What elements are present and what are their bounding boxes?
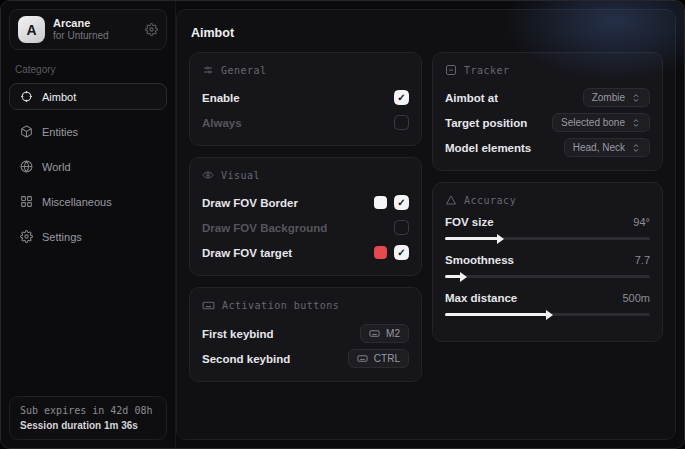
app-subtitle: for Unturned [53,30,137,42]
square-minus-icon [445,64,457,76]
fov-size-slider[interactable] [445,237,650,240]
fov-background-checkbox[interactable] [394,220,409,235]
fov-target-checkbox[interactable] [394,245,409,260]
visual-card: Visual Draw FOV Border Draw FOV Backgrou… [189,157,422,276]
subscription-info: Sub expires in 42d 08h Session duration … [9,396,167,440]
slider-value: 7.7 [635,254,650,266]
model-elements-select[interactable]: Head, Neck [564,138,650,157]
sidebar-item-settings[interactable]: Settings [9,223,167,250]
color-swatch[interactable] [374,246,387,259]
brand-text: Arcane for Unturned [53,17,137,41]
accuracy-card: Accuracy FOV size 94° Smoothness [432,182,663,342]
crosshair-icon [20,90,33,103]
card-title: Visual [221,170,260,181]
select-value: Selected bone [561,117,625,128]
setting-label: Max distance [445,292,517,304]
app-window: A Arcane for Unturned Category [0,0,685,449]
setting-label: Enable [202,92,240,104]
setting-row-fov-border: Draw FOV Border [202,191,409,214]
sliders-icon [202,64,214,76]
setting-label: Second keybind [202,353,290,365]
setting-row-smoothness: Smoothness 7.7 [445,254,650,278]
cube-icon [20,125,33,138]
setting-label: Aimbot at [445,92,498,104]
eye-icon [202,169,214,181]
setting-label: Model elements [445,142,531,154]
slider-fill [445,313,548,316]
aimbot-at-select[interactable]: Zombie [583,88,650,107]
keyboard-icon [357,353,368,364]
page-title: Aimbot [191,26,661,40]
setting-label: Target position [445,117,527,129]
general-card: General Enable Always [189,52,422,146]
select-value: Head, Neck [573,142,625,153]
keybind-value: M2 [386,328,400,339]
card-title: General [221,65,267,76]
setting-row-aimbot-at: Aimbot at Zombie [445,86,650,109]
always-checkbox[interactable] [394,115,409,130]
sidebar-item-world[interactable]: World [9,153,167,180]
tracker-card: Tracker Aimbot at Zombie [432,52,663,171]
sidebar-item-label: Entities [42,126,78,138]
first-keybind-button[interactable]: M2 [360,324,409,343]
triangle-icon [445,194,457,206]
sidebar-item-label: Aimbot [42,91,76,103]
sidebar-item-label: Miscellaneous [42,196,112,208]
setting-label: Always [202,117,242,129]
brand-card: A Arcane for Unturned [9,9,167,50]
slider-value: 94° [633,216,650,228]
setting-row-always: Always [202,111,409,134]
keyboard-icon [202,299,215,312]
max-distance-slider[interactable] [445,313,650,316]
keyboard-icon [369,328,380,339]
chevrons-up-down-icon [631,93,641,103]
card-title: Accuracy [464,195,516,206]
setting-row-fov-size: FOV size 94° [445,216,650,240]
setting-label: Draw FOV target [202,247,292,259]
sidebar-item-label: Settings [42,231,82,243]
sidebar-item-label: World [42,161,71,173]
target-position-select[interactable]: Selected bone [552,113,650,132]
setting-row-enable: Enable [202,86,409,109]
setting-row-max-distance: Max distance 500m [445,292,650,316]
setting-row-fov-target: Draw FOV target [202,241,409,264]
chevrons-up-down-icon [631,118,641,128]
setting-label: Draw FOV Border [202,197,298,209]
sidebar-item-aimbot[interactable]: Aimbot [9,83,167,110]
setting-row-model-elements: Model elements Head, Neck [445,136,650,159]
second-keybind-button[interactable]: CTRL [348,349,409,368]
slider-fill [445,237,498,240]
setting-label: FOV size [445,216,494,228]
card-title: Activation buttons [222,300,339,311]
activation-card: Activation buttons First keybind M2 [189,287,422,382]
sidebar-nav: Aimbot Entities World [9,83,167,250]
slider-fill [445,275,461,278]
sidebar-item-entities[interactable]: Entities [9,118,167,145]
select-value: Zombie [592,92,625,103]
enable-checkbox[interactable] [394,90,409,105]
chevrons-up-down-icon [631,143,641,153]
sidebar: A Arcane for Unturned Category [1,1,176,448]
sidebar-item-miscellaneous[interactable]: Miscellaneous [9,188,167,215]
grid-icon [20,195,33,208]
setting-label: First keybind [202,328,274,340]
smoothness-slider[interactable] [445,275,650,278]
setting-row-fov-background: Draw FOV Background [202,216,409,239]
setting-row-first-keybind: First keybind M2 [202,322,409,345]
setting-label: Draw FOV Background [202,222,327,234]
color-swatch[interactable] [374,196,387,209]
setting-label: Smoothness [445,254,514,266]
main-panel: Aimbot General Enable [176,9,676,440]
gear-icon[interactable] [145,23,158,36]
slider-value: 500m [622,292,650,304]
sub-expiry-text: Sub expires in 42d 08h [20,405,156,416]
fov-border-checkbox[interactable] [394,195,409,210]
card-title: Tracker [464,65,510,76]
setting-row-second-keybind: Second keybind CTRL [202,347,409,370]
gear-icon [20,230,33,243]
app-logo: A [18,16,45,43]
app-name: Arcane [53,17,137,30]
session-duration-text: Session duration 1m 36s [20,420,156,431]
keybind-value: CTRL [374,353,400,364]
globe-icon [20,160,33,173]
